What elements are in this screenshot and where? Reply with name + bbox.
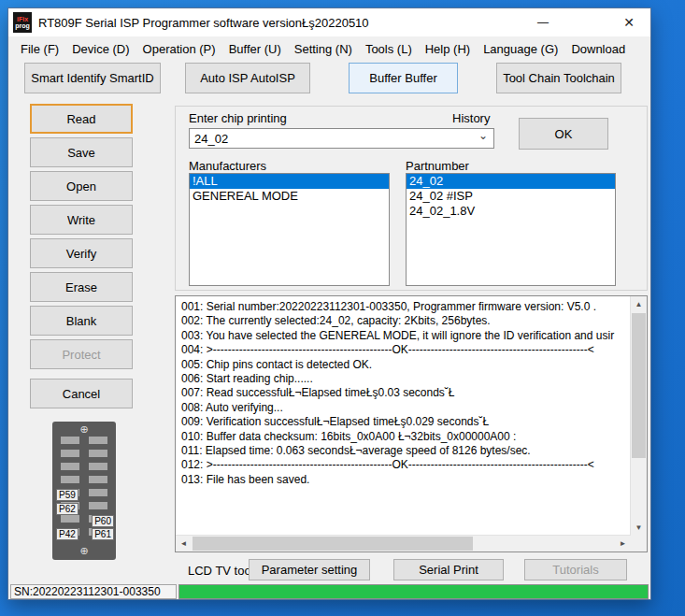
lcd-tv-tool-label: LCD TV tool xyxy=(188,564,254,578)
vertical-scroll-thumb[interactable] xyxy=(632,313,646,458)
logo-text-top: iFix xyxy=(17,16,28,22)
menu-language[interactable]: Language (G) xyxy=(477,39,564,59)
zif-socket-graphic: ⊕ P59 P62 P42 P60 P61 ⊕ xyxy=(52,422,116,560)
partnumber-item[interactable]: 24_02 xyxy=(407,174,615,189)
log-line: 009: Verification successfulŁ¬Elapsed ti… xyxy=(181,415,625,429)
scrollbar-corner xyxy=(631,536,647,552)
log-line: 010: Buffer data checksum: 16bits_0x0A00… xyxy=(181,430,625,444)
pin-label-p60: P60 xyxy=(92,515,114,527)
cancel-button[interactable]: Cancel xyxy=(30,379,133,408)
log-line: 005: Chip pins contact is detected OK. xyxy=(181,358,625,372)
scroll-right-icon[interactable]: ► xyxy=(615,536,631,552)
close-icon: ✕ xyxy=(623,15,635,30)
partnumber-listbox[interactable]: 24_02 24_02 #ISP 24_02_1.8V xyxy=(406,173,616,286)
history-label: History xyxy=(452,111,490,125)
horizontal-scroll-thumb[interactable] xyxy=(193,537,473,551)
write-button[interactable]: Write xyxy=(30,205,133,235)
enter-chip-label: Enter chip printing xyxy=(189,111,287,125)
ok-button[interactable]: OK xyxy=(519,118,608,150)
pin-label-p42: P42 xyxy=(56,528,78,540)
menu-help[interactable]: Help (H) xyxy=(419,39,477,59)
minimize-icon: — xyxy=(537,16,549,29)
log-text: 001: Serial number:20220223112301-003350… xyxy=(176,296,631,536)
verify-button[interactable]: Verify xyxy=(30,238,133,268)
parameter-setting-button[interactable]: Parameter setting xyxy=(249,559,370,580)
log-line: 001: Serial number:20220223112301-003350… xyxy=(181,300,625,314)
vertical-scrollbar[interactable]: ▲ ▼ xyxy=(630,296,647,536)
pin-label-p62: P62 xyxy=(56,503,78,515)
app-window: iFix prog RT809F Serial ISP Programmer s… xyxy=(7,7,651,600)
manufacturers-listbox[interactable]: !ALL GENEREAL MODE xyxy=(189,173,390,286)
chevron-down-icon[interactable]: ⌄ xyxy=(478,129,488,142)
scroll-up-icon[interactable]: ▲ xyxy=(631,296,647,312)
log-line: 006: Start reading chip...... xyxy=(181,372,625,386)
chip-select-group: Enter chip printing History 24_02 ⌄ OK M… xyxy=(175,106,648,291)
socket-marker-bottom-icon: ⊕ xyxy=(52,546,116,556)
menu-operation[interactable]: Operation (P) xyxy=(136,39,222,59)
pin-label-p59: P59 xyxy=(56,489,78,501)
log-line: 013: File has been saved. xyxy=(181,473,625,487)
log-line: 004: >----------------------------------… xyxy=(181,343,625,357)
tab-smart-identify[interactable]: Smart Identify SmartID xyxy=(24,63,161,93)
save-button[interactable]: Save xyxy=(30,137,133,167)
menu-file[interactable]: File (F) xyxy=(14,39,65,59)
menu-download[interactable]: Download xyxy=(564,39,632,59)
tab-auto-isp[interactable]: Auto ISP AutoISP xyxy=(185,63,310,93)
erase-button[interactable]: Erase xyxy=(30,272,133,302)
horizontal-scrollbar[interactable]: ◄ ► xyxy=(176,535,631,552)
progress-bar xyxy=(178,584,649,599)
scroll-down-icon[interactable]: ▼ xyxy=(631,520,647,536)
chip-search-value: 24_02 xyxy=(194,132,228,146)
socket-marker-top-icon: ⊕ xyxy=(52,424,116,435)
manufacturers-label: Manufacturers xyxy=(189,159,266,173)
log-line: 011: Elapsed time: 0.063 secondsŁ¬averag… xyxy=(181,444,625,458)
minimize-button[interactable]: — xyxy=(521,8,564,36)
log-line: 008: Auto verifying... xyxy=(181,401,625,415)
serial-print-button[interactable]: Serial Print xyxy=(393,559,504,580)
close-button[interactable]: ✕ xyxy=(607,8,650,36)
log-line: 003: You have selected the GENEREAL MODE… xyxy=(181,329,625,343)
open-button[interactable]: Open xyxy=(30,171,133,201)
protect-button: Protect xyxy=(30,339,133,369)
menubar: File (F) Device (D) Operation (P) Buffer… xyxy=(8,36,650,61)
tutorials-button: Tutorials xyxy=(524,559,627,580)
log-output-box[interactable]: 001: Serial number:20220223112301-003350… xyxy=(175,295,648,552)
scroll-left-icon[interactable]: ◄ xyxy=(176,536,192,552)
log-line: 012: >----------------------------------… xyxy=(181,458,625,472)
window-title: RT809F Serial ISP Programmer software ve… xyxy=(38,16,369,30)
serial-number-status: SN:20220223112301-003350 xyxy=(10,584,177,599)
menu-device[interactable]: Device (D) xyxy=(65,39,136,59)
tab-tool-chain[interactable]: Tool Chain Toolchain xyxy=(496,63,621,93)
manufacturer-item[interactable]: GENEREAL MODE xyxy=(190,189,389,204)
partnumber-item[interactable]: 24_02 #ISP xyxy=(407,189,615,204)
app-logo-icon: iFix prog xyxy=(13,12,32,33)
read-button[interactable]: Read xyxy=(30,104,133,134)
log-line: 007: Read successfulŁ¬Elapsed timeŁş0.03… xyxy=(181,386,625,400)
tab-buffer[interactable]: Buffer Buffer xyxy=(349,63,458,93)
logo-text-bottom: prog xyxy=(15,22,30,29)
titlebar[interactable]: iFix prog RT809F Serial ISP Programmer s… xyxy=(8,8,650,36)
menu-buffer[interactable]: Buffer (U) xyxy=(222,39,288,59)
partnumber-item[interactable]: 24_02_1.8V xyxy=(407,204,615,219)
manufacturer-item[interactable]: !ALL xyxy=(190,174,389,189)
log-line: 002: The currently selected:24_02, capac… xyxy=(181,314,625,328)
menu-tools[interactable]: Tools (L) xyxy=(359,39,419,59)
blank-button[interactable]: Blank xyxy=(30,306,133,336)
pin-label-p61: P61 xyxy=(92,528,114,540)
chip-search-combobox[interactable]: 24_02 ⌄ xyxy=(189,128,494,149)
menu-setting[interactable]: Setting (N) xyxy=(288,39,359,59)
desktop: { "window": { "title": "RT809F Serial IS… xyxy=(0,0,685,616)
partnumber-label: Partnumber xyxy=(406,159,469,173)
